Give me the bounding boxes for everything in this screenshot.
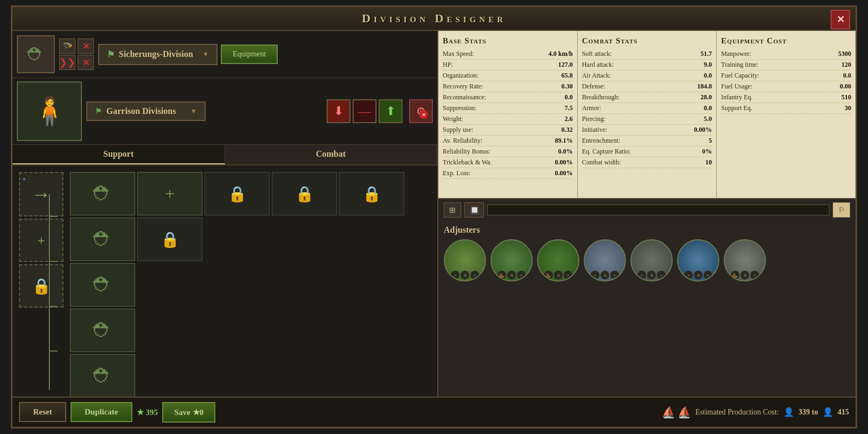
unit-slot-3-1[interactable]: ⛑ <box>70 263 135 307</box>
adjuster-toolbar-row: ⊞ 🔲 ⚐ <box>438 198 856 221</box>
equipment-button[interactable]: Equipment <box>221 44 278 64</box>
chevron-badge[interactable]: ❯❯ <box>59 55 75 70</box>
adj-sub-2: ⚔ <box>461 271 469 279</box>
x-mark-icon2: ✕ <box>82 58 90 68</box>
helmet-unit-1: ⛑ <box>93 182 112 205</box>
plus-icon: + <box>37 233 45 248</box>
soldier-portrait: 🧍 <box>17 81 82 141</box>
stat-reliability-bonus: Reliability Bonus: 0.0% <box>443 146 573 157</box>
adj-sub-19: 🥾 <box>731 271 739 279</box>
adj-sub-14: ⚔ <box>647 271 656 279</box>
stat-support-eq: Support Eq. 30 <box>721 103 851 114</box>
adj-sub-7: 🥾 <box>544 271 553 279</box>
base-stats-header: Base Stats <box>443 34 573 49</box>
ship-icons: ⛵ ⛵ <box>662 406 691 419</box>
unit-slot-2-1[interactable]: ⛑ <box>70 218 135 261</box>
base-stats-col: Base Stats Max Speed: 4.0 km/h HP: 127.0… <box>438 31 578 198</box>
production-range: 339 to <box>799 408 818 417</box>
adj-sub-18: + <box>704 271 712 279</box>
plus-unit-1: + <box>165 184 175 204</box>
x-badge-top[interactable]: ✕ <box>78 39 94 54</box>
division-name-row: ⚑ Sicherungs-Division ▼ Equipment <box>98 44 433 65</box>
adjuster-urban[interactable]: + ⚔ + <box>630 239 673 282</box>
adj-search-bar[interactable] <box>487 205 829 215</box>
window-title: Division Designer <box>12 11 856 25</box>
helmet-unit-3: ⛑ <box>93 273 112 296</box>
support-column: + → + 🔒 <box>19 172 63 390</box>
stat-training-time: Training time: 120 <box>721 60 851 71</box>
parachute-badge[interactable]: 🪂 <box>59 39 75 54</box>
adj-sub-8: ⚔ <box>554 271 563 279</box>
garrison-name-box[interactable]: ⚑ Garrison Divisions ▼ <box>86 101 206 121</box>
stats-area: Base Stats Max Speed: 4.0 km/h HP: 127.0… <box>438 31 856 198</box>
badge-row-bottom: ❯❯ ✕ <box>59 55 94 70</box>
duplicate-button[interactable]: Duplicate <box>71 402 132 422</box>
combat-row-4: ⛑ <box>70 309 404 352</box>
content-area: ⛑ 🪂 ✕ ❯❯ <box>12 31 856 397</box>
stat-combat-width: Combat width: 10 <box>582 157 712 168</box>
unit-slot-4-1[interactable]: ⛑ <box>70 309 135 352</box>
adjuster-winter[interactable]: 🥾 ⚔ + <box>724 239 766 282</box>
adj-sub-5: ⚔ <box>507 271 516 279</box>
adjuster-jungle[interactable]: 🥾 ⚔ + <box>537 239 579 282</box>
badge-row-top: 🪂 ✕ <box>59 39 94 54</box>
combat-stats-header: Combat Stats <box>582 34 712 49</box>
x-badge-bottom[interactable]: ✕ <box>78 55 94 70</box>
tank-icon: 🔲 <box>470 206 479 215</box>
tab-support[interactable]: Support <box>12 145 225 164</box>
close-button[interactable]: ✕ <box>831 10 850 29</box>
division-type-icon: ⚑ <box>107 49 114 60</box>
division-name-box[interactable]: ⚑ Sicherungs-Division ▼ <box>98 44 218 65</box>
adj-sub-9: + <box>564 271 572 279</box>
tab-row: Support Combat <box>12 145 437 165</box>
combat-row-5: ⛑ <box>70 354 404 397</box>
stat-fuel-usage: Fuel Usage: 0.00 <box>721 81 851 92</box>
promote-button[interactable]: ⬆ <box>379 99 403 123</box>
xp-value: ★ 395 <box>137 407 158 417</box>
promote-icon: ⬆ <box>386 104 395 118</box>
unit-slot-2-2[interactable]: 🔒 <box>137 218 202 261</box>
adj-tank-btn[interactable]: 🔲 <box>464 202 484 218</box>
chevron-icon: ❯❯ <box>59 56 75 68</box>
adj-grid-btn[interactable]: ⊞ <box>444 202 461 218</box>
adjuster-icons-grid: + ⚔ + 🥾 ⚔ + 🥾 <box>444 239 850 282</box>
unit-slot-1-5[interactable]: 🔒 <box>339 172 404 215</box>
combat-columns: ⛑ + 🔒 🔒 🔒 <box>70 172 404 390</box>
support-add-slot[interactable]: + → <box>19 172 63 216</box>
stat-air-attack: Air Attack: 0.0 <box>582 71 712 81</box>
garrison-row: ⚑ Garrison Divisions ▼ <box>86 101 322 121</box>
stat-piercing: Piercing: 5.0 <box>582 114 712 125</box>
combat-row-3: ⛑ <box>70 263 404 307</box>
adj-sub-12: + <box>610 271 619 279</box>
arrow-icon: → <box>31 183 51 206</box>
unit-slot-5-1[interactable]: ⛑ <box>70 354 135 397</box>
tab-combat[interactable]: Combat <box>225 145 438 164</box>
support-slot-2[interactable]: + <box>19 219 63 262</box>
unit-slot-1-1[interactable]: ⛑ <box>70 172 135 215</box>
second-row: 🧍 ⚑ Garrison Divisions ▼ ⬇ — <box>12 78 437 145</box>
ship-icon-1: ⛵ <box>662 406 675 419</box>
unit-icon-box[interactable]: ⛑ <box>17 35 55 73</box>
adj-sub-4: 🥾 <box>497 271 506 279</box>
minus-button[interactable]: — <box>353 99 376 123</box>
reset-button[interactable]: Reset <box>19 402 66 422</box>
unit-slot-1-3[interactable]: 🔒 <box>205 172 270 215</box>
left-panel: ⛑ 🪂 ✕ ❯❯ <box>12 31 438 397</box>
adj-search-btn[interactable]: ⚐ <box>833 202 850 218</box>
stat-entrenchment: Entrenchment: 5 <box>582 136 712 146</box>
adjuster-river[interactable]: + ⚔ + <box>677 239 719 282</box>
unit-slot-1-4[interactable]: 🔒 <box>272 172 337 215</box>
adjuster-plains[interactable]: + ⚔ + <box>444 239 486 282</box>
unit-slot-1-2[interactable]: + <box>137 172 202 215</box>
adjuster-hills[interactable]: + ⚔ + <box>584 239 626 282</box>
support-slot-3[interactable]: 🔒 <box>19 264 63 308</box>
top-controls: ⛑ 🪂 ✕ ❯❯ <box>12 31 437 78</box>
stat-exp-loss: Exp. Loss: 0.00% <box>443 168 573 179</box>
demote-button[interactable]: ⬇ <box>327 99 350 123</box>
adjuster-forest[interactable]: 🥾 ⚔ + <box>490 239 533 282</box>
grid-icon: ⊞ <box>449 206 456 215</box>
stat-initiative: Initiative: 0.00% <box>582 125 712 136</box>
save-button[interactable]: Save ★0 <box>162 402 215 423</box>
delete-button[interactable]: ⚙ ✕ <box>409 99 433 123</box>
demote-icon: ⬇ <box>334 104 343 118</box>
